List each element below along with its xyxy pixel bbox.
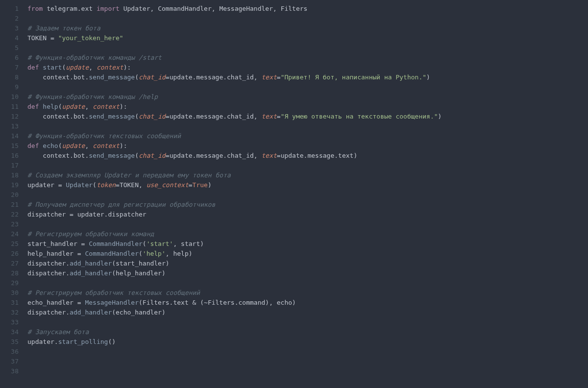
code-token: message (196, 113, 223, 120)
code-token: ( (112, 260, 116, 267)
code-line[interactable]: echo_handler = MessageHandler(Filters.te… (27, 298, 588, 308)
code-token: def (27, 142, 39, 149)
code-token: Filters (208, 299, 235, 306)
code-token: ) (162, 309, 166, 316)
code-token: () (108, 338, 116, 345)
code-token: . (223, 73, 227, 81)
code-token: ext (81, 5, 93, 12)
code-line[interactable] (27, 317, 588, 327)
code-line[interactable]: dispatcher = updater.dispatcher (27, 210, 588, 219)
code-line[interactable] (27, 278, 588, 288)
code-token: = (77, 250, 81, 257)
code-line[interactable]: # Регистрируем обработчик текстовых сооб… (27, 288, 588, 298)
code-token: 'help' (143, 250, 166, 257)
code-line[interactable]: # Функция-обработчик команды /start (27, 53, 588, 63)
code-token: start (43, 64, 62, 71)
code-token: start_handler (116, 260, 166, 267)
code-token: from (27, 5, 43, 12)
code-line[interactable] (27, 43, 588, 53)
line-number: 38 (0, 366, 19, 376)
code-line[interactable]: # Получаем диспетчер для регистрации обр… (27, 200, 588, 210)
line-number: 1 (0, 4, 19, 14)
code-line[interactable] (27, 121, 588, 131)
code-line[interactable]: # Запускаем бота (27, 327, 588, 337)
code-token: CommandHandler (89, 240, 143, 247)
code-token: ): (120, 142, 127, 149)
line-number: 33 (0, 317, 19, 327)
code-token: start (181, 240, 200, 247)
code-token: text (262, 73, 277, 81)
code-token: token (97, 181, 116, 189)
code-line[interactable]: help_handler = CommandHandler('help', he… (27, 249, 588, 259)
code-token: context (43, 113, 70, 120)
code-token: Filters (281, 5, 308, 12)
code-line[interactable]: dispatcher.add_handler(echo_handler) (27, 308, 588, 317)
code-token: # Регистрируем обработчики команд (27, 230, 154, 238)
code-line[interactable]: # Создаем экземпляр Updater и передаем е… (27, 170, 588, 180)
line-number: 6 (0, 53, 19, 63)
code-token: help (173, 250, 188, 257)
code-line[interactable] (27, 347, 588, 357)
code-token: echo_handler (27, 299, 74, 306)
code-line[interactable]: # Регистрируем обработчики команд (27, 229, 588, 239)
code-token: update (66, 64, 89, 71)
code-editor[interactable]: 1234567891011121314151617181920212223242… (0, 4, 588, 376)
code-line[interactable]: def start(update, context): (27, 63, 588, 73)
code-token: , (254, 113, 262, 120)
code-token: import (97, 5, 120, 12)
code-line[interactable]: # Задаем токен бота (27, 24, 588, 33)
code-line[interactable]: def echo(update, context): (27, 141, 588, 151)
line-number: 2 (0, 14, 19, 24)
code-token: ) (166, 260, 170, 267)
code-line[interactable]: context.bot.send_message(chat_id=update.… (27, 112, 588, 121)
code-line[interactable] (27, 366, 588, 376)
line-number: 12 (0, 112, 19, 121)
code-token: help_handler (27, 250, 74, 257)
code-line[interactable] (27, 14, 588, 24)
code-line[interactable] (27, 219, 588, 229)
line-number: 29 (0, 278, 19, 288)
code-line[interactable]: updater = Updater(token=TOKEN, use_conte… (27, 180, 588, 190)
code-token: ): (120, 103, 127, 110)
code-token: = (70, 211, 74, 218)
code-line[interactable]: TOKEN = "your_token_here" (27, 33, 588, 43)
code-line[interactable]: start_handler = CommandHandler('start', … (27, 239, 588, 249)
code-token: text (262, 152, 277, 159)
code-token: ) (200, 240, 204, 247)
code-token: start_polling (58, 338, 108, 345)
code-token (47, 34, 50, 42)
line-number: 23 (0, 219, 19, 229)
code-token: echo (43, 142, 58, 149)
code-content[interactable]: from telegram.ext import Updater, Comman… (27, 4, 588, 376)
code-line[interactable]: dispatcher.add_handler(start_handler) (27, 259, 588, 268)
code-line[interactable] (27, 161, 588, 170)
code-line[interactable] (27, 190, 588, 200)
code-line[interactable]: def help(update, context): (27, 102, 588, 112)
code-token: . (77, 5, 81, 12)
code-token: = (277, 113, 281, 120)
code-token: = (77, 299, 81, 306)
line-number: 26 (0, 249, 19, 259)
code-line[interactable]: # Функция-обработчик команды /help (27, 92, 588, 102)
code-token: bot (74, 152, 85, 159)
code-token: def (27, 103, 39, 110)
code-token: , (173, 240, 181, 247)
code-token: help_handler (116, 269, 162, 277)
code-line[interactable]: context.bot.send_message(chat_id=update.… (27, 151, 588, 161)
line-number: 4 (0, 33, 19, 43)
code-token: , (139, 181, 147, 189)
code-token: ) (162, 269, 166, 277)
code-line[interactable]: from telegram.ext import Updater, Comman… (27, 4, 588, 14)
code-line[interactable]: updater.start_polling() (27, 337, 588, 347)
code-line[interactable] (27, 357, 588, 366)
line-number: 25 (0, 239, 19, 249)
line-number: 11 (0, 102, 19, 112)
code-token: , (85, 103, 93, 110)
line-number: 30 (0, 288, 19, 298)
code-line[interactable]: context.bot.send_message(chat_id=update.… (27, 73, 588, 82)
code-line[interactable]: # Функция-обработчик текстовых сообщений (27, 131, 588, 141)
code-line[interactable]: dispatcher.add_handler(help_handler) (27, 268, 588, 278)
code-line[interactable] (27, 82, 588, 92)
code-token: . (70, 152, 74, 159)
code-token: ( (139, 250, 143, 257)
